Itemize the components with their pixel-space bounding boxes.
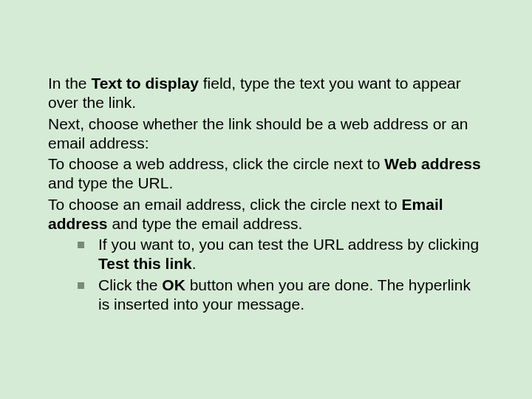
list-item: Click the OK button when you are done. T… bbox=[78, 276, 484, 315]
square-bullet-icon bbox=[78, 282, 84, 289]
bullet-list: If you want to, you can test the URL add… bbox=[48, 235, 484, 314]
text: If you want to, you can test the URL add… bbox=[98, 236, 479, 253]
text: Click the bbox=[98, 276, 162, 293]
bold-ok: OK bbox=[162, 276, 185, 293]
text: . bbox=[192, 255, 197, 272]
bold-test-this-link: Test this link bbox=[98, 255, 192, 272]
body-text: In the Text to display field, type the t… bbox=[48, 74, 484, 314]
slide: In the Text to display field, type the t… bbox=[0, 0, 532, 399]
bold-text-to-display: Text to display bbox=[91, 75, 198, 92]
text: To choose a web address, click the circl… bbox=[48, 155, 384, 172]
paragraph-email-address: To choose an email address, click the ci… bbox=[48, 195, 484, 234]
list-item: If you want to, you can test the URL add… bbox=[78, 235, 484, 274]
text: and type the URL. bbox=[48, 174, 173, 191]
paragraph-web-address: To choose a web address, click the circl… bbox=[48, 154, 484, 194]
paragraph-text-to-display: In the Text to display field, type the t… bbox=[48, 74, 484, 113]
square-bullet-icon bbox=[78, 242, 84, 248]
bold-web-address: Web address bbox=[384, 155, 480, 172]
text: To choose an email address, click the ci… bbox=[48, 196, 402, 213]
text: In the bbox=[48, 75, 91, 92]
paragraph-choose-type: Next, choose whether the link should be … bbox=[48, 115, 484, 154]
text: and type the email address. bbox=[108, 215, 303, 232]
